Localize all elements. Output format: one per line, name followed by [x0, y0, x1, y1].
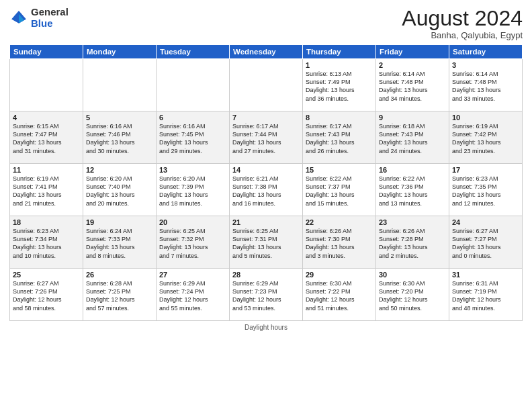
day-info: Sunrise: 6:13 AM Sunset: 7:49 PM Dayligh… [306, 70, 373, 103]
calendar-cell: 19Sunrise: 6:24 AM Sunset: 7:33 PM Dayli… [83, 216, 157, 269]
day-number: 19 [86, 218, 153, 226]
day-info: Sunrise: 6:14 AM Sunset: 7:48 PM Dayligh… [379, 70, 446, 103]
calendar-cell: 13Sunrise: 6:20 AM Sunset: 7:39 PM Dayli… [157, 164, 230, 216]
day-info: Sunrise: 6:21 AM Sunset: 7:38 PM Dayligh… [232, 175, 300, 208]
calendar-cell: 24Sunrise: 6:27 AM Sunset: 7:27 PM Dayli… [449, 216, 523, 269]
day-info: Sunrise: 6:22 AM Sunset: 7:37 PM Dayligh… [306, 175, 373, 208]
calendar-cell: 15Sunrise: 6:22 AM Sunset: 7:37 PM Dayli… [303, 164, 376, 216]
calendar-cell: 29Sunrise: 6:30 AM Sunset: 7:22 PM Dayli… [303, 269, 376, 321]
calendar-week-row: 1Sunrise: 6:13 AM Sunset: 7:49 PM Daylig… [10, 59, 523, 111]
calendar-week-row: 11Sunrise: 6:19 AM Sunset: 7:41 PM Dayli… [10, 164, 523, 216]
day-number: 22 [306, 218, 373, 226]
day-info: Sunrise: 6:28 AM Sunset: 7:25 PM Dayligh… [86, 279, 153, 312]
calendar-cell: 17Sunrise: 6:23 AM Sunset: 7:35 PM Dayli… [449, 164, 523, 216]
logo: General Blue [9, 7, 69, 29]
logo-blue: Blue [31, 17, 53, 29]
calendar-cell: 18Sunrise: 6:23 AM Sunset: 7:34 PM Dayli… [10, 216, 83, 269]
calendar-day-header: Thursday [303, 45, 376, 59]
day-info: Sunrise: 6:26 AM Sunset: 7:30 PM Dayligh… [306, 227, 373, 260]
calendar-cell: 11Sunrise: 6:19 AM Sunset: 7:41 PM Dayli… [10, 164, 83, 216]
day-info: Sunrise: 6:19 AM Sunset: 7:41 PM Dayligh… [13, 175, 80, 208]
calendar-cell: 9Sunrise: 6:18 AM Sunset: 7:43 PM Daylig… [376, 111, 449, 164]
day-number: 31 [452, 271, 519, 279]
day-number: 10 [452, 113, 519, 122]
calendar-week-row: 25Sunrise: 6:27 AM Sunset: 7:26 PM Dayli… [10, 269, 523, 321]
day-info: Sunrise: 6:16 AM Sunset: 7:46 PM Dayligh… [86, 122, 153, 155]
day-number: 16 [379, 166, 446, 174]
day-number: 26 [86, 271, 153, 279]
calendar-cell [157, 59, 230, 111]
calendar-cell [10, 59, 83, 111]
calendar-cell: 12Sunrise: 6:20 AM Sunset: 7:40 PM Dayli… [83, 164, 157, 216]
calendar-cell: 2Sunrise: 6:14 AM Sunset: 7:48 PM Daylig… [376, 59, 449, 111]
calendar-cell: 16Sunrise: 6:22 AM Sunset: 7:36 PM Dayli… [376, 164, 449, 216]
calendar-cell: 10Sunrise: 6:19 AM Sunset: 7:42 PM Dayli… [449, 111, 523, 164]
calendar-cell: 3Sunrise: 6:14 AM Sunset: 7:48 PM Daylig… [449, 59, 523, 111]
day-number: 15 [306, 166, 373, 174]
calendar-week-row: 4Sunrise: 6:15 AM Sunset: 7:47 PM Daylig… [10, 111, 523, 164]
day-number: 7 [232, 113, 300, 122]
day-number: 28 [232, 271, 300, 279]
calendar-cell: 26Sunrise: 6:28 AM Sunset: 7:25 PM Dayli… [83, 269, 157, 321]
day-info: Sunrise: 6:23 AM Sunset: 7:35 PM Dayligh… [452, 175, 519, 208]
day-info: Sunrise: 6:27 AM Sunset: 7:27 PM Dayligh… [452, 227, 519, 260]
day-info: Sunrise: 6:16 AM Sunset: 7:45 PM Dayligh… [159, 122, 226, 155]
day-info: Sunrise: 6:30 AM Sunset: 7:22 PM Dayligh… [306, 279, 373, 312]
calendar-cell: 6Sunrise: 6:16 AM Sunset: 7:45 PM Daylig… [157, 111, 230, 164]
calendar-day-header: Monday [83, 45, 157, 59]
calendar-cell: 30Sunrise: 6:30 AM Sunset: 7:20 PM Dayli… [376, 269, 449, 321]
day-number: 5 [86, 113, 153, 122]
day-number: 29 [306, 271, 373, 279]
day-info: Sunrise: 6:29 AM Sunset: 7:23 PM Dayligh… [232, 279, 300, 312]
day-number: 27 [159, 271, 226, 279]
calendar-cell: 28Sunrise: 6:29 AM Sunset: 7:23 PM Dayli… [230, 269, 303, 321]
calendar-day-header: Tuesday [157, 45, 230, 59]
day-number: 8 [306, 113, 373, 122]
calendar-cell [230, 59, 303, 111]
calendar-cell: 1Sunrise: 6:13 AM Sunset: 7:49 PM Daylig… [303, 59, 376, 111]
day-number: 11 [13, 166, 80, 174]
calendar-cell: 22Sunrise: 6:26 AM Sunset: 7:30 PM Dayli… [303, 216, 376, 269]
location: Banha, Qalyubia, Egypt [402, 30, 523, 40]
day-info: Sunrise: 6:17 AM Sunset: 7:43 PM Dayligh… [306, 122, 373, 155]
title-block: August 2024 Banha, Qalyubia, Egypt [402, 7, 523, 40]
header: General Blue August 2024 Banha, Qalyubia… [9, 7, 523, 40]
day-number: 20 [159, 218, 226, 226]
day-number: 24 [452, 218, 519, 226]
day-info: Sunrise: 6:31 AM Sunset: 7:19 PM Dayligh… [452, 279, 519, 312]
calendar-cell: 25Sunrise: 6:27 AM Sunset: 7:26 PM Dayli… [10, 269, 83, 321]
day-info: Sunrise: 6:26 AM Sunset: 7:28 PM Dayligh… [379, 227, 446, 260]
footer: Daylight hours [9, 324, 523, 331]
calendar-cell: 5Sunrise: 6:16 AM Sunset: 7:46 PM Daylig… [83, 111, 157, 164]
day-number: 14 [232, 166, 300, 174]
calendar-cell: 23Sunrise: 6:26 AM Sunset: 7:28 PM Dayli… [376, 216, 449, 269]
page-container: General Blue August 2024 Banha, Qalyubia… [0, 0, 532, 411]
day-number: 12 [86, 166, 153, 174]
day-number: 13 [159, 166, 226, 174]
day-number: 18 [13, 218, 80, 226]
logo-general: General [31, 6, 69, 17]
day-info: Sunrise: 6:20 AM Sunset: 7:39 PM Dayligh… [159, 175, 226, 208]
day-number: 9 [379, 113, 446, 122]
calendar-week-row: 18Sunrise: 6:23 AM Sunset: 7:34 PM Dayli… [10, 216, 523, 269]
day-info: Sunrise: 6:19 AM Sunset: 7:42 PM Dayligh… [452, 122, 519, 155]
calendar-cell: 4Sunrise: 6:15 AM Sunset: 7:47 PM Daylig… [10, 111, 83, 164]
day-info: Sunrise: 6:20 AM Sunset: 7:40 PM Dayligh… [86, 175, 153, 208]
calendar-cell [83, 59, 157, 111]
day-info: Sunrise: 6:15 AM Sunset: 7:47 PM Dayligh… [13, 122, 80, 155]
calendar-day-header: Friday [376, 45, 449, 59]
day-number: 30 [379, 271, 446, 279]
day-number: 17 [452, 166, 519, 174]
calendar-day-header: Wednesday [230, 45, 303, 59]
day-info: Sunrise: 6:25 AM Sunset: 7:31 PM Dayligh… [232, 227, 300, 260]
day-info: Sunrise: 6:27 AM Sunset: 7:26 PM Dayligh… [13, 279, 80, 312]
calendar-cell: 20Sunrise: 6:25 AM Sunset: 7:32 PM Dayli… [157, 216, 230, 269]
calendar-header-row: SundayMondayTuesdayWednesdayThursdayFrid… [10, 45, 523, 59]
day-number: 4 [13, 113, 80, 122]
day-info: Sunrise: 6:29 AM Sunset: 7:24 PM Dayligh… [159, 279, 226, 312]
day-number: 1 [306, 61, 373, 69]
month-year: August 2024 [402, 7, 523, 30]
calendar-cell: 7Sunrise: 6:17 AM Sunset: 7:44 PM Daylig… [230, 111, 303, 164]
day-number: 21 [232, 218, 300, 226]
logo-text: General Blue [31, 7, 69, 29]
